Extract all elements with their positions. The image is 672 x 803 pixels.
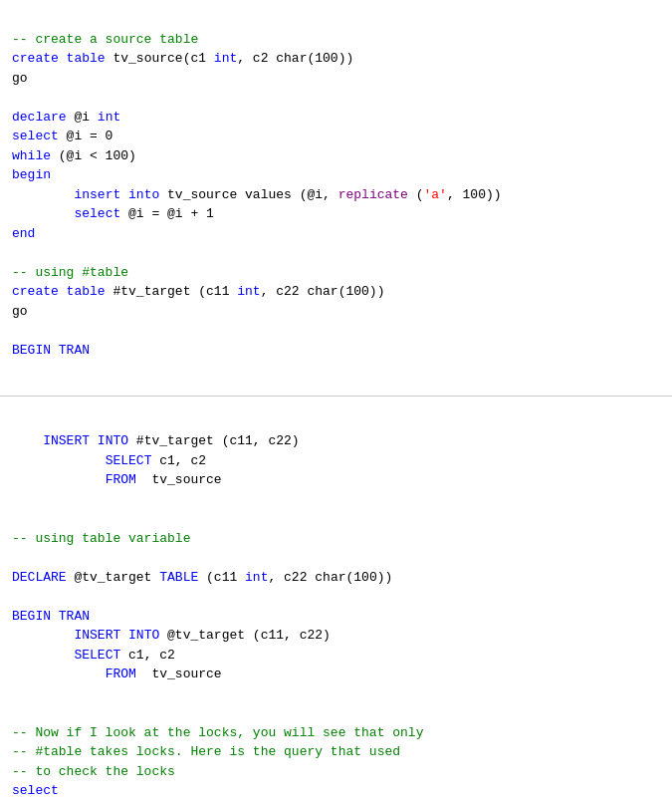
code-text: , c2 char(100)) [237, 51, 353, 66]
code-text: @tv_target [67, 570, 160, 585]
code-text: #tv_target (c11 [106, 284, 238, 299]
keyword-end: end [12, 226, 35, 241]
keyword-create2: create table [12, 284, 106, 299]
code-text: (@i < 100) [51, 148, 136, 163]
code-indent4 [12, 628, 74, 643]
code-text: tv_source [136, 667, 222, 681]
keyword-select5: select [12, 783, 59, 798]
code-text-select [12, 206, 74, 221]
comment-hashtable: -- using #table [12, 265, 128, 280]
code-text: tv_source(c1 [106, 51, 214, 66]
code-text: ( [408, 187, 424, 202]
keyword-table: TABLE [159, 570, 198, 585]
comment-line-1: -- create a source table [12, 32, 198, 47]
code-text: @i [67, 110, 98, 125]
code-editor: -- create a source table create table tv… [0, 0, 672, 390]
divider-1 [0, 396, 672, 397]
keyword-select3: SELECT [106, 453, 152, 468]
string-a: 'a' [424, 187, 447, 202]
code-text: c1, c2 [151, 453, 206, 468]
keyword-begin-tran2: BEGIN TRAN [12, 609, 90, 624]
keyword-go: go [12, 71, 28, 86]
code-text: , c22 char(100)) [268, 570, 392, 585]
keyword-int: int [214, 51, 237, 66]
keyword-int4: int [245, 570, 268, 585]
keyword-insert3: INSERT INTO [74, 628, 159, 643]
comment-locks-1: -- Now if I look at the locks, you will … [12, 725, 423, 740]
keyword-declare: declare [12, 110, 67, 125]
keyword-select2: select [74, 206, 120, 221]
code-indent6 [12, 667, 106, 681]
keyword-insert: insert into [74, 187, 159, 202]
code-text: @i = 0 [59, 129, 113, 143]
keyword-go2: go [12, 304, 28, 319]
comment-locks-3: -- to check the locks [12, 764, 175, 779]
code-text: #tv_target (c11, c22) [128, 433, 300, 448]
keyword-from: FROM [106, 472, 136, 487]
code-indent5 [12, 648, 74, 663]
keyword-begin: begin [12, 167, 51, 182]
code-text: tv_source [136, 472, 222, 487]
code-text: , c22 char(100)) [261, 284, 385, 299]
keyword-select4: SELECT [74, 648, 120, 663]
code-indent3 [12, 472, 106, 487]
comment-locks-2: -- #table takes locks. Here is the query… [12, 744, 400, 759]
comment-table-var: -- using table variable [12, 531, 190, 546]
code-text: c1, c2 [120, 648, 175, 663]
keyword-int2: int [98, 110, 120, 125]
code-text: @tv_target (c11, c22) [159, 628, 331, 643]
keyword-int3: int [237, 284, 260, 299]
keyword-select: select [12, 129, 59, 143]
code-text: (c11 [198, 570, 245, 585]
code-text-insert [12, 187, 74, 202]
keyword-insert2: INSERT INTO [43, 433, 128, 448]
code-text: @i = @i + 1 [120, 206, 214, 221]
keyword-create: create table [12, 51, 106, 66]
keyword-begin-tran: BEGIN TRAN [12, 343, 90, 358]
keyword-from2: FROM [106, 667, 136, 681]
code-text: tv_source values (@i, [159, 187, 337, 202]
code-text: , 100)) [447, 187, 502, 202]
code-editor-2: INSERT INTO #tv_target (c11, c22) SELECT… [0, 402, 672, 804]
code-indent2 [12, 453, 106, 468]
keyword-declare2: DECLARE [12, 570, 67, 585]
code-indent [12, 433, 43, 448]
func-replicate: replicate [338, 187, 408, 202]
keyword-while: while [12, 148, 51, 163]
